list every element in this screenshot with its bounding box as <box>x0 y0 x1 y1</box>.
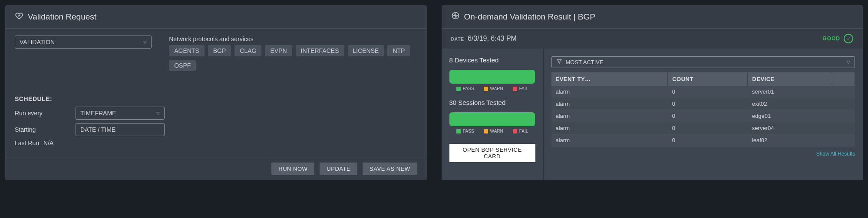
sessions-tested-title: 30 Sessions Tested <box>449 99 535 106</box>
status-text: GOOD <box>822 36 840 42</box>
datetime-value: DATE / TIME <box>80 126 116 133</box>
open-service-card-button[interactable]: OPEN BGP SERVICE CARD <box>449 144 535 162</box>
protocol-tag-evpn[interactable]: EVPN <box>265 45 292 56</box>
result-header: DATE 6/3/19, 6:43 PM GOOD <box>442 29 863 49</box>
sessions-bar <box>449 112 535 126</box>
table-cell: exit02 <box>748 98 831 110</box>
devices-tested-title: 8 Devices Tested <box>449 56 535 64</box>
filter-select[interactable]: MOST ACTIVE ▽ <box>551 56 855 68</box>
fail-swatch <box>513 129 517 133</box>
table-row[interactable]: alarm0server04 <box>551 122 855 134</box>
table-cell: 0 <box>668 122 748 134</box>
column-header[interactable]: DEVICE <box>748 72 831 86</box>
result-body: 8 Devices Tested PASS WARN FAIL 30 Sessi… <box>442 49 863 180</box>
table-cell <box>831 98 855 110</box>
column-header[interactable]: COUNT <box>668 72 748 86</box>
schedule-title: SCHEDULE: <box>15 95 417 102</box>
pass-swatch <box>456 87 461 91</box>
fail-swatch <box>513 87 517 91</box>
devices-legend: PASS WARN FAIL <box>449 86 535 91</box>
results-table: EVENT TY…COUNTDEVICE alarm0server01alarm… <box>551 72 855 146</box>
validation-select-value: VALIDATION <box>20 39 55 46</box>
column-header[interactable]: EVENT TY… <box>551 72 668 86</box>
table-row[interactable]: alarm0server01 <box>551 86 855 98</box>
table-cell: 0 <box>668 134 748 146</box>
table-cell: alarm <box>551 86 668 98</box>
table-cell: server01 <box>748 86 831 98</box>
column-header[interactable] <box>831 72 855 86</box>
warn-swatch <box>484 87 488 91</box>
protocol-tag-ntp[interactable]: NTP <box>387 45 410 56</box>
validation-select[interactable]: VALIDATION ▽ <box>15 36 152 49</box>
filter-value: MOST ACTIVE <box>566 59 604 65</box>
metrics-column: 8 Devices Tested PASS WARN FAIL 30 Sessi… <box>442 49 544 180</box>
protocols-label: Network protocols and services <box>169 36 417 42</box>
update-button[interactable]: UPDATE <box>320 163 357 175</box>
show-all-link[interactable]: Show All Results <box>816 151 855 157</box>
panel-body-left: VALIDATION ▽ Network protocols and servi… <box>5 29 427 157</box>
protocol-tag-license[interactable]: LICENSE <box>348 45 384 56</box>
table-row[interactable]: alarm0edge01 <box>551 110 855 122</box>
table-row[interactable]: alarm0leaf02 <box>551 134 855 146</box>
devices-bar <box>449 70 535 84</box>
table-cell: alarm <box>551 98 668 110</box>
run-every-label: Run every <box>15 110 76 117</box>
table-cell: alarm <box>551 110 668 122</box>
heart-check-icon <box>15 11 23 22</box>
datetime-input[interactable]: DATE / TIME <box>76 123 165 136</box>
validation-request-panel: Validation Request VALIDATION ▽ Network … <box>5 5 427 180</box>
timeframe-value: TIMEFRAME <box>80 110 116 117</box>
last-run-value: N/A <box>43 140 53 146</box>
table-cell <box>831 122 855 134</box>
filter-icon <box>556 59 562 66</box>
table-cell: server04 <box>748 122 831 134</box>
status-badge: GOOD <box>822 34 853 43</box>
starting-label: Starting <box>15 126 76 133</box>
chevron-down-icon: ▽ <box>156 111 160 116</box>
sessions-legend: PASS WARN FAIL <box>449 129 535 133</box>
table-cell: edge01 <box>748 110 831 122</box>
protocol-tag-bgp[interactable]: BGP <box>208 45 231 56</box>
run-now-button[interactable]: RUN NOW <box>271 163 314 175</box>
table-row[interactable]: alarm0exit02 <box>551 98 855 110</box>
table-column: MOST ACTIVE ▽ EVENT TY…COUNTDEVICE alarm… <box>544 49 863 180</box>
panel-title: Validation Request <box>28 12 96 22</box>
protocol-tag-agents[interactable]: AGENTS <box>169 45 205 56</box>
table-cell: 0 <box>668 86 748 98</box>
panel-title: On-demand Validation Result | BGP <box>464 12 595 22</box>
table-cell: alarm <box>551 122 668 134</box>
panel-header-left: Validation Request <box>5 5 427 28</box>
table-cell <box>831 134 855 146</box>
table-cell <box>831 86 855 98</box>
protocol-tag-ospf[interactable]: OSPF <box>169 60 196 71</box>
action-bar: RUN NOW UPDATE SAVE AS NEW <box>5 157 427 180</box>
table-cell <box>831 110 855 122</box>
protocol-tags: AGENTSBGPCLAGEVPNINTERFACESLICENSENTPOSP… <box>169 45 417 71</box>
table-cell: 0 <box>668 98 748 110</box>
table-cell: 0 <box>668 110 748 122</box>
validation-result-panel: On-demand Validation Result | BGP DATE 6… <box>442 5 863 180</box>
timeframe-select[interactable]: TIMEFRAME ▽ <box>76 107 165 120</box>
date-label: DATE <box>451 37 464 42</box>
panel-header-right: On-demand Validation Result | BGP <box>442 5 863 28</box>
check-circle-icon <box>844 34 853 43</box>
chevron-down-icon: ▽ <box>847 60 850 65</box>
pass-swatch <box>456 129 461 133</box>
last-run-label: Last Run <box>15 140 43 146</box>
save-as-new-button[interactable]: SAVE AS NEW <box>363 163 417 175</box>
protocol-tag-interfaces[interactable]: INTERFACES <box>296 45 344 56</box>
table-cell: leaf02 <box>748 134 831 146</box>
chevron-down-icon: ▽ <box>143 40 147 45</box>
pulse-icon <box>451 11 460 22</box>
table-cell: alarm <box>551 134 668 146</box>
warn-swatch <box>484 129 488 133</box>
protocol-tag-clag[interactable]: CLAG <box>234 45 261 56</box>
date-value: 6/3/19, 6:43 PM <box>468 35 517 42</box>
